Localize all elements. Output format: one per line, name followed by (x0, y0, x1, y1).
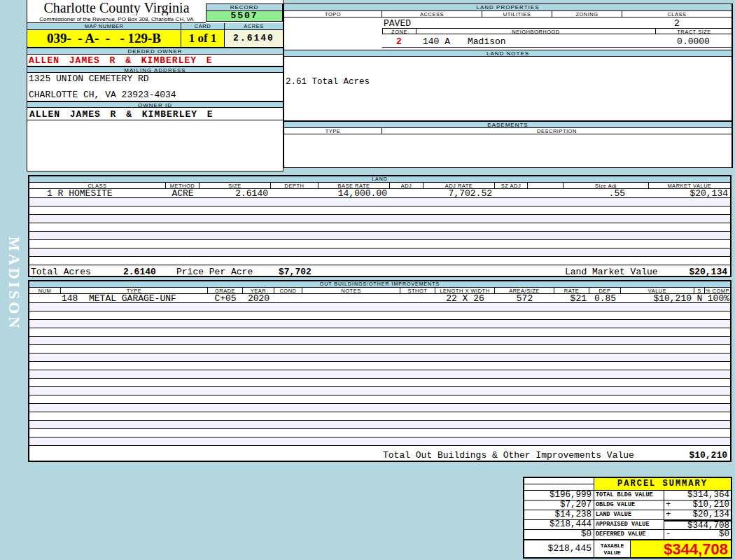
land-h-sz-adj-tbl: SZ ADJ TBL (495, 183, 528, 189)
summary-op: - (666, 530, 671, 539)
empty-table-row (29, 412, 730, 421)
summary-prior-value: $0 (524, 530, 594, 540)
address-line-1: 1325 UNION CEMETERY RD (29, 74, 281, 83)
ob-value-value: $10,210 (621, 294, 692, 303)
empty-table-row (29, 257, 730, 265)
ob-total-label: Total Out Buildings & Other Improvements… (383, 451, 634, 460)
land-method-value: ACRE (166, 189, 200, 198)
summary-prior-value: $196,999 (524, 491, 594, 500)
land-note-text: 2.61 Total Acres (286, 77, 370, 87)
total-acres-label: Total Acres (31, 267, 91, 276)
class-value: 2 (622, 19, 732, 28)
ob-h-s: S (694, 288, 705, 294)
map-number-value: 039- - A- - - 129-B (27, 30, 181, 48)
total-acres-value: 2.6140 (123, 267, 156, 276)
out-buildings-total-row: Total Out Buildings & Other Improvements… (29, 449, 730, 461)
summary-value-cell: $314,364 (664, 491, 731, 500)
land-empty-rows (29, 198, 730, 267)
land-h-size-adj: Size Adj (564, 183, 649, 189)
ob-comp-value: 100% (705, 294, 729, 303)
summary-value: $344,708 (673, 522, 729, 530)
land-h-market-value: MARKET VALUE (649, 183, 730, 189)
summary-value-cell: + $10,210 (664, 500, 731, 510)
zoning-label: ZONING (552, 11, 622, 18)
easements-header-row: TYPE DESCRIPTION (284, 128, 732, 134)
land-h-size: SIZE (200, 183, 271, 189)
card-value: 1 of 1 (181, 30, 225, 48)
ob-h-rate: RATE (554, 288, 589, 294)
empty-table-row (29, 206, 730, 215)
land-adj-rate-value: 7,702.52 (424, 189, 492, 198)
land-data-row: 1 R HOMESITE ACRE 2.6140 14,000.00 7,702… (29, 189, 730, 198)
price-per-acre-value: $7,702 (279, 267, 312, 276)
summary-value-cell: $344,708 (664, 520, 731, 530)
access-value: PAVED (384, 19, 482, 28)
zone-value: 2 (382, 37, 416, 46)
empty-table-row (29, 370, 730, 379)
land-section: LAND CLASS METHOD SIZE DEPTH BASE RATE A… (28, 175, 732, 277)
owner-id-label: OWNER ID (27, 102, 283, 108)
empty-table-row (29, 337, 730, 345)
address-line-2: CHARLOTTE CH, VA 23923-4034 (29, 90, 281, 99)
land-notes-box: 2.61 Total Acres (284, 57, 732, 121)
out-buildings-data-row: 148 METAL GARAGE-UNF C+05 2020 22 X 26 5… (29, 294, 730, 303)
property-record-card: MADISON Charlotte County Virginia Commis… (0, 0, 735, 560)
ob-h-dep: DEP (589, 288, 621, 294)
ob-year-value: 2020 (243, 294, 274, 303)
tract-size-value: 0.0000 (655, 37, 732, 46)
empty-table-row (29, 438, 730, 446)
county-subtitle: Commissioner of the Revenue, PO Box 308,… (27, 16, 206, 22)
card-label: CARD (181, 23, 225, 30)
deeded-owner-label: DEEDED OWNER (27, 48, 283, 55)
owner-id-value: ALLEN JAMES R & KIMBERLEY E (27, 108, 283, 120)
ob-grade-value: C+05 (208, 294, 243, 303)
zone-header-row: ZONE NEIGHBORHOOD TRACT SIZE (382, 28, 732, 34)
summary-prior-value: $7,207 (524, 500, 594, 510)
summary-label: APPRAISED VALUE (594, 520, 664, 530)
map-number-label: MAP NUMBER (27, 23, 181, 30)
empty-table-row (29, 303, 730, 312)
empty-table-row (29, 232, 730, 240)
taxable-label: TAXABLE VALUE (594, 540, 631, 557)
deeded-owner-value: ALLEN JAMES R & KIMBERLEY E (27, 55, 283, 66)
ob-area-value: 572 (495, 294, 554, 303)
summary-value: $314,364 (673, 491, 729, 500)
ob-h-comp: % COMP (705, 288, 730, 294)
summary-row-total-bldg: $196,999 TOTAL BLDG VALUE $314,364 (524, 491, 731, 500)
out-buildings-header-row: NUM TYPE GRADE YEAR COND NOTES STHGT LEN… (29, 288, 730, 294)
summary-label: LAND VALUE (594, 510, 664, 520)
summary-row-taxable: $218,445 TAXABLE VALUE $344,708 (524, 540, 731, 557)
empty-table-row (29, 404, 730, 412)
ob-h-year: YEAR (243, 288, 274, 294)
empty-table-row (29, 387, 730, 396)
empty-table-row (29, 328, 730, 337)
ob-h-value: VALUE (621, 288, 694, 294)
neighborhood-name: Madison (468, 37, 552, 46)
county-title: Charlotte County Virginia (27, 1, 206, 15)
topo-label: TOPO (284, 11, 382, 18)
out-buildings-empty-rows (29, 303, 730, 449)
land-totals-row: Total Acres 2.6140 Price Per Acre $7,702… (29, 267, 730, 276)
ob-h-num: NUM (29, 288, 61, 294)
map-header-row: MAP NUMBER CARD ACRES (27, 23, 283, 30)
ob-h-length-width: LENGTH X WIDTH (435, 288, 495, 294)
summary-row-deferred: $0 DEFERRED VALUE - $0 (524, 530, 731, 540)
easement-description-label: DESCRIPTION (382, 128, 732, 134)
empty-table-row (29, 320, 730, 328)
taxable-prior-value: $218,445 (524, 540, 594, 557)
ob-h-notes: NOTES (302, 288, 400, 294)
summary-value: $10,210 (673, 500, 729, 510)
land-properties-header-row: TOPO ACCESS UTILITIES ZONING CLASS (284, 11, 732, 18)
empty-table-row (29, 198, 730, 206)
out-buildings-section: OUT BUILDINGS/OTHER IMPROVEMENTS NUM TYP… (28, 280, 732, 462)
summary-value: $20,134 (673, 510, 729, 519)
ob-h-grade: GRADE (208, 288, 243, 294)
summary-row-land: $14,238 LAND VALUE + $20,134 (524, 510, 731, 520)
ob-rate-value: $21 (554, 294, 587, 303)
empty-table-row (29, 396, 730, 404)
land-properties-title: LAND PROPERTIES (284, 4, 732, 11)
land-base-rate-value: 14,000.00 (318, 189, 387, 198)
summary-prior-value: $14,238 (524, 510, 594, 520)
empty-table-row (29, 248, 730, 257)
summary-op: + (666, 500, 671, 510)
